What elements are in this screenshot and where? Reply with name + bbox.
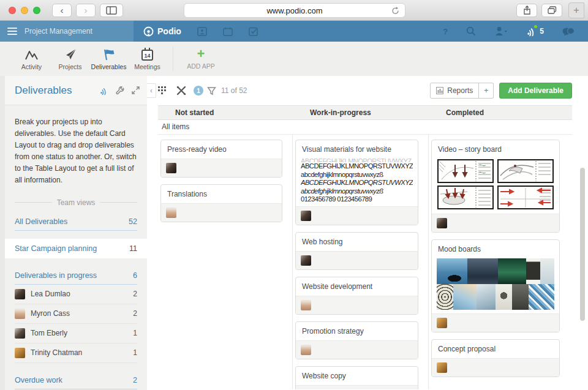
podio-top-nav: Project Management Podio — [0, 21, 588, 42]
tab-label: Projects — [51, 63, 89, 70]
assignee-avatar[interactable] — [301, 345, 311, 355]
assignee-avatar[interactable] — [437, 362, 447, 373]
brand-label: Podio — [157, 26, 181, 36]
sidebar-toggle-button[interactable] — [100, 4, 123, 17]
calendar-icon[interactable] — [223, 27, 233, 36]
deliverable-card[interactable]: Press-ready video — [160, 140, 282, 178]
deliverable-card[interactable]: Website copy — [295, 366, 418, 389]
tab-deliverables[interactable]: Deliverables — [89, 47, 128, 70]
person-count: 1 — [133, 348, 137, 357]
new-tab-button[interactable]: + — [568, 2, 584, 18]
deliverable-card[interactable]: Video – story board — [431, 140, 560, 233]
minimize-window-button[interactable] — [21, 7, 28, 14]
deliverable-card[interactable]: Translations — [160, 184, 282, 222]
reports-label: Reports — [447, 86, 473, 95]
assignee-avatar[interactable] — [437, 318, 447, 328]
wrench-icon[interactable] — [116, 86, 124, 95]
card-footer — [432, 214, 559, 232]
storyboard-image — [432, 159, 559, 214]
online-status-dot — [534, 25, 537, 28]
follow-signal-icon[interactable] — [99, 86, 108, 95]
add-app-button[interactable]: + ADD APP — [179, 48, 222, 70]
tab-label: Meetings — [128, 63, 167, 70]
avatar — [15, 289, 25, 299]
activity-icon — [24, 50, 39, 61]
workspace-app-toolbar: Activity Projects Deliverables 14 Meetin… — [0, 42, 588, 76]
team-views-divider: Team views — [15, 198, 137, 207]
expand-icon[interactable] — [132, 86, 140, 94]
card-title: Video – story board — [432, 140, 559, 159]
toolbar-divider — [173, 47, 173, 70]
chat-icon[interactable] — [562, 27, 575, 36]
app-settings-icon[interactable] — [176, 86, 186, 96]
sidebar-title: Deliverables — [15, 84, 99, 97]
specimen-caps: ABCDEFGHIJKLMNOPQRSTUVWXYZ — [301, 162, 413, 171]
tabs-overview-button[interactable] — [541, 4, 562, 17]
specimen-caps-italic: ABCDEFGHIJKLMNOPQRSTUVWXYZ — [301, 179, 413, 187]
zoom-window-button[interactable] — [33, 7, 40, 14]
person-count: 2 — [133, 309, 137, 318]
search-icon[interactable] — [466, 26, 476, 36]
assignee-avatar[interactable] — [437, 218, 447, 228]
board-column-not-started: Press-ready video Translations — [158, 135, 293, 389]
collapse-sidebar-button[interactable]: ‹ — [147, 83, 156, 98]
assignee-avatar[interactable] — [166, 208, 176, 218]
close-window-button[interactable] — [9, 7, 16, 14]
person-row[interactable]: Myron Cass 2 — [15, 304, 137, 324]
deliverable-card[interactable]: Website development — [295, 277, 418, 315]
kanban-board: Press-ready video Translations Visual ma… — [158, 135, 572, 389]
avatar — [15, 348, 25, 358]
back-button[interactable]: ‹ — [52, 4, 72, 17]
tab-label: Deliverables — [89, 63, 128, 70]
help-icon[interactable]: ? — [443, 27, 448, 36]
card-layout-icon[interactable] — [158, 86, 167, 95]
workspace-label: Project Management — [24, 27, 92, 36]
deliverable-card[interactable]: Promotion strategy — [295, 321, 418, 359]
reload-icon[interactable] — [391, 6, 400, 15]
group-overdue-work[interactable]: Overdue work 2 — [15, 376, 137, 389]
assignee-avatar[interactable] — [301, 211, 311, 221]
tab-activity[interactable]: Activity — [12, 47, 51, 70]
add-report-button[interactable]: + — [479, 83, 494, 99]
tab-meetings[interactable]: 14 Meetings — [128, 47, 167, 70]
paper-plane-icon — [64, 48, 77, 61]
main-panel: ‹ 1 11 of 52 — [147, 76, 588, 390]
contacts-icon[interactable] — [197, 27, 207, 36]
person-row[interactable]: Lea Dumlao 2 — [15, 285, 137, 304]
account-menu-icon[interactable] — [494, 26, 508, 36]
sidebar-header: Deliverables — [5, 76, 147, 105]
assignee-avatar[interactable] — [301, 300, 311, 310]
share-button[interactable] — [516, 4, 537, 17]
tab-projects[interactable]: Projects — [51, 47, 89, 70]
deliverable-card[interactable]: Concept proposal — [431, 339, 560, 377]
deliverable-card[interactable]: Visual materials for website ABCDEFGHIJK… — [295, 140, 418, 225]
person-row[interactable]: Trinity Chatman 1 — [15, 343, 137, 363]
assignee-avatar[interactable] — [301, 255, 311, 266]
forward-button[interactable]: › — [76, 4, 96, 17]
assignee-avatar[interactable] — [166, 163, 176, 173]
person-row[interactable]: Tom Eberly 1 — [15, 324, 137, 343]
filter-funnel-icon[interactable] — [207, 86, 216, 96]
workspace-switcher[interactable]: Project Management — [0, 21, 134, 42]
hamburger-icon[interactable] — [7, 26, 17, 37]
address-bar[interactable]: www.podio.com — [184, 3, 405, 18]
view-label: Star Campaign planning — [15, 244, 97, 253]
view-all-deliverables[interactable]: All Deliverables 52 — [15, 217, 137, 231]
deliverable-card[interactable]: Mood boards — [431, 239, 560, 332]
podio-home-link[interactable]: Podio — [143, 26, 181, 37]
group-deliverables-in-progress[interactable]: Deliverables in progress 6 — [15, 271, 137, 285]
view-star-campaign-planning[interactable]: Star Campaign planning 11 — [5, 239, 147, 258]
vertical-scrollbar[interactable] — [580, 168, 585, 321]
tasks-icon[interactable] — [249, 27, 258, 36]
add-app-plus-icon: + — [179, 48, 222, 60]
reports-button[interactable]: Reports — [430, 83, 479, 99]
notifications-button[interactable]: 5 — [526, 26, 544, 36]
card-title: Translations — [161, 185, 282, 203]
flag-icon — [102, 48, 116, 61]
view-count: 52 — [129, 217, 137, 226]
add-deliverable-button[interactable]: Add Deliverable — [499, 83, 572, 99]
deliverable-card[interactable]: Web hosting — [295, 232, 418, 270]
view-count: 11 — [129, 244, 137, 253]
all-items-row[interactable]: All items — [158, 120, 572, 135]
group-count: 2 — [133, 376, 137, 384]
